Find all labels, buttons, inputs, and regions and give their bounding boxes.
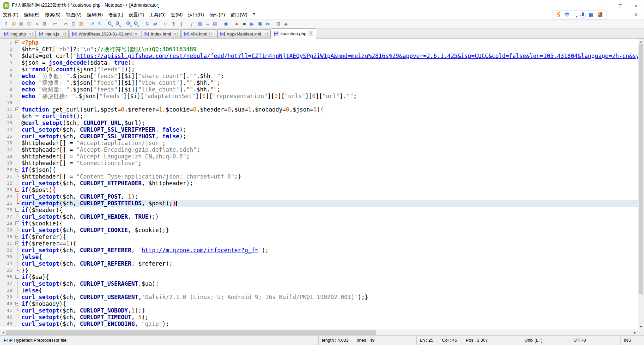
soft-keyboard-icon[interactable]: ▦ (589, 12, 593, 18)
fold-toggle-icon[interactable] (14, 187, 20, 193)
new-file-icon[interactable]: ▯ (2, 20, 9, 27)
plugin-icon-1[interactable]: ⊞ (275, 20, 282, 27)
code-line-36[interactable]: 36if($ua){ (0, 274, 638, 280)
stop-macro-icon[interactable]: ■ (241, 20, 248, 27)
fold-toggle-icon[interactable] (14, 240, 20, 247)
editor-lines[interactable]: 1<?php2$hh=$_GET["hh"]?:"\n";//换行符号(默认\n… (0, 39, 638, 330)
menu-settings[interactable]: 设置(T) (126, 10, 147, 19)
menu-file[interactable]: 文件(F) (0, 10, 21, 19)
maximize-button[interactable]: □ (613, 0, 628, 10)
save-icon[interactable]: ▣ (18, 20, 25, 27)
replace-icon[interactable]: a (115, 20, 122, 27)
fold-toggle-icon[interactable] (14, 274, 20, 280)
code-line-1[interactable]: 1<?php (0, 39, 638, 46)
tab-close-icon[interactable]: × (263, 32, 268, 37)
code-line-12[interactable]: 12$ch = curl_init(); (0, 113, 638, 120)
save-all-icon[interactable]: ⊞ (25, 20, 33, 27)
tab-appxmanifest-xml[interactable]: AppxManifest.xml× (217, 29, 271, 38)
code-line-29[interactable]: 29curl_setopt($ch, CURLOPT_COOKIE, $cook… (0, 227, 638, 233)
microphone-icon[interactable] (582, 12, 584, 17)
document-map-icon[interactable]: ▧ (196, 20, 203, 27)
scroll-down-icon[interactable]: ▼ (638, 324, 644, 330)
fold-toggle-icon[interactable] (14, 233, 20, 240)
close-button[interactable]: × (628, 0, 644, 10)
code-line-43[interactable]: 43curl_setopt($ch, CURLOPT_ENCODING, "gz… (0, 321, 638, 327)
code-line-27[interactable]: 27curl_setopt($ch, CURLOPT_HEADER, TRUE)… (0, 213, 638, 220)
tab-close-icon[interactable]: × (309, 31, 313, 36)
tab-close-icon[interactable]: × (133, 32, 138, 37)
code-line-4[interactable]: 4$json = json_decode($data, true); (0, 59, 638, 66)
redo-icon[interactable]: ↻ (96, 20, 103, 27)
cut-icon[interactable]: ✂ (62, 20, 69, 27)
tab-close-icon[interactable]: × (61, 32, 66, 37)
code-line-22[interactable]: 22curl_setopt($ch, CURLOPT_HTTPHEADER, $… (0, 180, 638, 187)
code-line-3[interactable]: 3$data=get_curl("https://apissl.gifshow.… (0, 53, 638, 59)
menu-encoding[interactable]: 编码(N) (84, 10, 105, 19)
scroll-left-icon[interactable]: ◄ (0, 330, 6, 335)
code-line-5[interactable]: 5$i=rand(0,count($json["feeds"])); (0, 66, 638, 73)
word-wrap-icon[interactable]: ↵ (162, 20, 169, 27)
code-line-38[interactable]: 38}else{ (0, 287, 638, 294)
vertical-scrollbar-thumb[interactable] (639, 44, 643, 294)
menu-tools[interactable]: 工具(O) (147, 10, 168, 19)
save-macro-icon[interactable]: ▣ (256, 20, 263, 27)
menu-search[interactable]: 搜索(S) (42, 10, 63, 19)
code-line-19[interactable]: 19$httpheader[] = "Connection:close"; (0, 160, 638, 166)
code-line-11[interactable]: 11function get_curl($url,$post=0,$refere… (0, 106, 638, 113)
code-line-42[interactable]: 42curl_setopt($ch, CURLOPT_TIMEOUT, 5); (0, 314, 638, 321)
show-all-characters-icon[interactable]: ¶ (170, 20, 177, 27)
code-line-32[interactable]: 32curl_setopt($ch, CURLOPT_REFERER, 'htt… (0, 247, 638, 254)
fold-toggle-icon[interactable] (14, 207, 20, 213)
folder-as-workspace-icon[interactable]: ▤ (212, 20, 219, 27)
code-line-25[interactable]: 25curl_setopt($ch, CURLOPT_POSTFIELDS, $… (0, 200, 638, 207)
fold-toggle-icon[interactable] (14, 106, 20, 113)
tab-404-html[interactable]: 404.html× (181, 29, 217, 38)
code-line-9[interactable]: 9echo "播放链接: ".$json["feeds"][$i]["adapt… (0, 93, 638, 99)
open-file-icon[interactable]: ▤ (10, 20, 17, 27)
close-all-icon[interactable]: ⊠ (41, 20, 48, 27)
copy-icon[interactable]: ⊡ (70, 20, 77, 27)
code-line-21[interactable]: 21$httpheader[] = "Content-Type:applicat… (0, 173, 638, 180)
code-line-18[interactable]: 18$httpheader[] = "Accept-Language:zh-CN… (0, 153, 638, 160)
zoom-out-icon[interactable]: − (133, 20, 140, 27)
print-icon[interactable]: ▭ (52, 20, 59, 27)
code-line-40[interactable]: 40if($nobaody){ (0, 300, 638, 307)
menu-window[interactable]: 窗口(W) (228, 10, 250, 19)
code-line-26[interactable]: 26if($header){ (0, 207, 638, 213)
code-line-31[interactable]: 31if($referer==1){ (0, 240, 638, 247)
paste-icon[interactable]: ▥ (78, 20, 85, 27)
code-line-17[interactable]: 17$httpheader[] = "Accept-Encoding:gzip,… (0, 146, 638, 153)
find-icon[interactable] (107, 20, 114, 27)
code-line-39[interactable]: 39curl_setopt($ch, CURLOPT_USERAGENT,'Da… (0, 294, 638, 300)
code-line-35[interactable]: 35}} (0, 267, 638, 274)
horizontal-scrollbar[interactable]: ◄ ► (0, 330, 638, 335)
document-list-icon[interactable]: ≡ (204, 20, 211, 27)
code-line-16[interactable]: 16$httpheader[] = "Accept:application/js… (0, 140, 638, 146)
code-line-13[interactable]: 13@curl_setopt($ch, CURLOPT_URL,$url); (0, 120, 638, 126)
code-line-2[interactable]: 2$hh=$_GET["hh"]?:"\n";//换行符号(默认\n)QQ:30… (0, 46, 638, 53)
tab-wordpress-2023-01-02-xml[interactable]: WordPress.2023-01-02.xml× (69, 29, 141, 38)
code-line-20[interactable]: 20if($json){ (0, 166, 638, 173)
code-line-15[interactable]: 15curl_setopt($ch, CURLOPT_SSL_VERIFYHOS… (0, 133, 638, 140)
code-line-30[interactable]: 30if($referer){ (0, 233, 638, 240)
menu-help[interactable]: ? (250, 10, 258, 19)
function-list-icon[interactable]: ƒ (189, 20, 196, 27)
menu-bar-close-icon[interactable]: × (635, 10, 638, 19)
undo-icon[interactable]: ↺ (89, 20, 96, 27)
code-line-41[interactable]: 41curl_setopt($ch, CURLOPT_NOBODY,1);} (0, 307, 638, 314)
menu-view[interactable]: 视图(V) (63, 10, 84, 19)
code-line-24[interactable]: 24curl_setopt($ch, CURLOPT_POST, 1); (0, 193, 638, 200)
close-file-icon[interactable]: × (33, 20, 40, 27)
horizontal-scrollbar-thumb[interactable] (6, 330, 376, 335)
play-macro-icon[interactable]: ▶ (249, 20, 256, 27)
indent-guide-icon[interactable]: ∥ (178, 20, 185, 27)
tab-kuaishou-php[interactable]: kuaishou.php× (271, 28, 316, 39)
tab-close-icon[interactable]: × (209, 32, 214, 37)
code-line-34[interactable]: 34curl_setopt($ch, CURLOPT_REFERER, $ref… (0, 260, 638, 267)
tab-main-js[interactable]: main.js× (36, 29, 69, 38)
fold-toggle-icon[interactable] (14, 220, 20, 227)
run-macro-multiple-icon[interactable]: ≫ (264, 20, 271, 27)
zoom-in-icon[interactable]: + (125, 20, 132, 27)
sync-vertical-icon[interactable]: ⇅ (144, 20, 151, 27)
plugin-icon-2[interactable]: ◈ (282, 20, 289, 27)
